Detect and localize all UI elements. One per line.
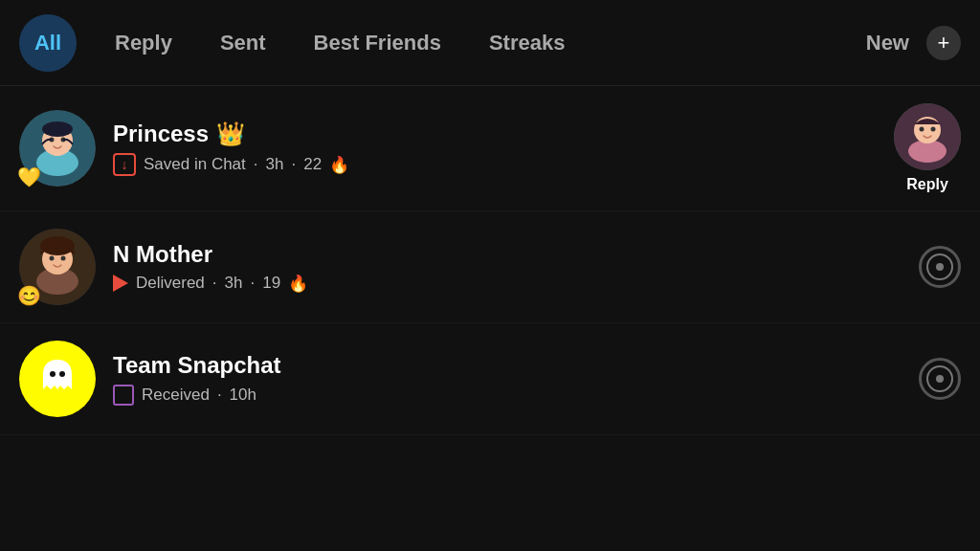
camera-icon-team-snapchat[interactable] xyxy=(919,358,961,400)
nav-new-group: New + xyxy=(857,23,961,63)
received-icon xyxy=(113,385,134,406)
chat-content-nmother: N Mother Delivered · 3h · 19 🔥 xyxy=(113,241,900,294)
svg-point-10 xyxy=(931,127,936,132)
avatar-team-snapchat xyxy=(19,341,96,417)
svg-point-9 xyxy=(920,127,924,132)
crown-emoji: 👑 xyxy=(216,121,245,147)
chat-status-team-snapchat: Received · 10h xyxy=(113,385,900,406)
camera-inner-nmother xyxy=(926,253,953,280)
chat-list: 💛 Princess 👑 ↓ Saved in Chat · 3h · 22 🔥 xyxy=(0,86,980,435)
nav-item-streaks[interactable]: Streaks xyxy=(479,23,575,63)
chat-name-princess: Princess 👑 xyxy=(113,121,875,147)
svg-point-3 xyxy=(42,121,73,137)
nav-item-sent[interactable]: Sent xyxy=(211,23,276,63)
smiley-badge-nmother: 😊 xyxy=(17,284,41,307)
chat-content-princess: Princess 👑 ↓ Saved in Chat · 3h · 22 🔥 xyxy=(113,121,875,176)
camera-icon-nmother[interactable] xyxy=(919,246,961,288)
chat-item-team-snapchat[interactable]: Team Snapchat Received · 10h xyxy=(0,323,980,435)
new-plus-button[interactable]: + xyxy=(926,26,961,60)
reply-label-princess: Reply xyxy=(906,176,948,193)
chat-status-nmother: Delivered · 3h · 19 🔥 xyxy=(113,274,900,294)
avatar-wrapper-princess: 💛 xyxy=(19,110,96,187)
heart-badge-princess: 💛 xyxy=(17,165,41,188)
chat-name-nmother: N Mother xyxy=(113,241,900,268)
delivered-icon xyxy=(113,275,128,292)
avatar-wrapper-team-snapchat xyxy=(19,341,96,417)
nav-item-all[interactable]: All xyxy=(19,14,77,72)
nav-item-best-friends[interactable]: Best Friends xyxy=(304,23,451,63)
chat-action-team-snapchat[interactable] xyxy=(919,358,961,400)
fire-emoji-nmother: 🔥 xyxy=(288,274,308,294)
avatar-wrapper-nmother: 😊 xyxy=(19,229,96,305)
nav-item-reply[interactable]: Reply xyxy=(105,23,182,63)
chat-item-princess[interactable]: 💛 Princess 👑 ↓ Saved in Chat · 3h · 22 🔥 xyxy=(0,86,980,211)
fire-emoji-princess: 🔥 xyxy=(329,155,349,175)
chat-action-nmother[interactable] xyxy=(919,246,961,288)
svg-point-16 xyxy=(61,256,66,261)
chat-name-team-snapchat: Team Snapchat xyxy=(113,352,900,379)
nav-bar: All Reply Sent Best Friends Streaks New … xyxy=(0,0,980,86)
svg-point-17 xyxy=(50,371,56,377)
svg-point-15 xyxy=(50,256,55,261)
chat-content-team-snapchat: Team Snapchat Received · 10h xyxy=(113,352,900,406)
chat-item-nmother[interactable]: 😊 N Mother Delivered · 3h · 19 🔥 xyxy=(0,211,980,323)
svg-point-18 xyxy=(59,371,65,377)
nav-item-new[interactable]: New xyxy=(857,23,919,63)
reply-avatar-princess xyxy=(894,103,961,170)
camera-inner-team-snapchat xyxy=(926,365,953,392)
chat-action-princess[interactable]: Reply xyxy=(894,103,961,193)
saved-icon: ↓ xyxy=(113,153,136,176)
chat-status-princess: ↓ Saved in Chat · 3h · 22 🔥 xyxy=(113,153,875,176)
camera-dot-nmother xyxy=(936,263,944,271)
svg-point-14 xyxy=(40,236,75,255)
camera-dot-team-snapchat xyxy=(936,375,944,383)
